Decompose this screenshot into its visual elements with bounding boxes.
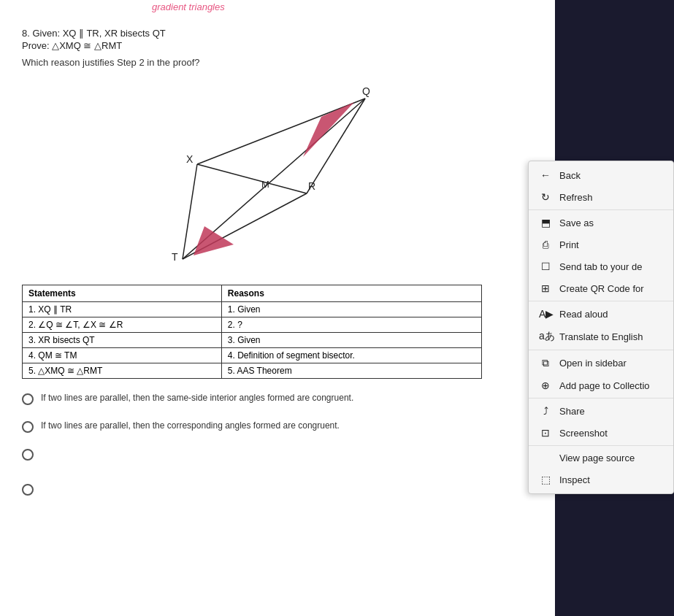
menu-label-add-collection: Add page to Collectio xyxy=(559,380,650,391)
svg-line-4 xyxy=(197,164,307,193)
menu-label-refresh: Refresh xyxy=(559,192,593,203)
translate-icon: aあ xyxy=(539,330,552,343)
refresh-icon: ↻ xyxy=(539,191,552,203)
menu-label-back: Back xyxy=(559,170,581,181)
menu-divider-3 xyxy=(529,350,673,350)
read-aloud-icon: A▶ xyxy=(539,308,552,320)
svg-text:T: T xyxy=(172,251,178,263)
menu-divider-4 xyxy=(529,398,673,399)
menu-item-back[interactable]: ← Back xyxy=(529,164,673,186)
table-row: 2. ∠Q ≅ ∠T, ∠X ≅ ∠R 2. ? xyxy=(23,317,482,333)
question-prove: Prove: △XMQ ≅ △RMT xyxy=(22,40,533,51)
menu-item-refresh[interactable]: ↻ Refresh xyxy=(529,186,673,208)
page-title: gradient triangles xyxy=(146,0,231,14)
table-row: 4. QM ≅ TM 4. Definition of segment bise… xyxy=(23,348,482,363)
collection-icon: ⊕ xyxy=(539,380,552,391)
menu-label-send-tab: Send tab to your de xyxy=(559,261,642,272)
col-statements: Statements xyxy=(23,285,222,302)
menu-label-open-sidebar: Open in sidebar xyxy=(559,358,627,369)
menu-item-open-sidebar[interactable]: ⧉ Open in sidebar xyxy=(529,352,673,374)
svg-text:R: R xyxy=(308,180,315,192)
menu-label-read-aloud: Read aloud xyxy=(559,309,608,320)
sidebar-icon: ⧉ xyxy=(539,357,552,369)
menu-item-print[interactable]: ⎙ Print xyxy=(529,234,673,255)
menu-item-read-aloud[interactable]: A▶ Read aloud xyxy=(529,303,673,325)
svg-text:Q: Q xyxy=(362,85,370,97)
menu-item-create-qr[interactable]: ⊞ Create QR Code for xyxy=(529,277,673,299)
print-icon: ⎙ xyxy=(539,239,552,250)
svg-text:M: M xyxy=(261,179,269,190)
send-tab-icon: ☐ xyxy=(539,261,552,272)
menu-label-save-as: Save as xyxy=(559,217,594,228)
radio-c[interactable] xyxy=(22,449,34,461)
col-reasons: Reasons xyxy=(221,285,481,302)
menu-label-screenshot: Screenshot xyxy=(559,428,608,439)
menu-label-view-source: View page source xyxy=(559,453,635,463)
save-as-icon: ⬒ xyxy=(539,217,552,228)
menu-label-share: Share xyxy=(559,406,585,417)
table-row: 1. XQ ∥ TR 1. Given xyxy=(23,302,482,317)
context-menu: ← Back ↻ Refresh ⬒ Save as ⎙ Print ☐ Sen… xyxy=(528,161,674,494)
answer-choice-b: If two lines are parallel, then the corr… xyxy=(22,420,533,433)
answer-choice-d xyxy=(22,482,533,496)
main-content: gradient triangles 8. Given: XQ ∥ TR, XR… xyxy=(0,0,555,616)
menu-divider-5 xyxy=(529,445,673,446)
question-given: 8. Given: XQ ∥ TR, XR bisects QT xyxy=(22,28,533,39)
menu-item-send-tab[interactable]: ☐ Send tab to your de xyxy=(529,255,673,277)
radio-d[interactable] xyxy=(22,484,34,496)
menu-item-share[interactable]: ⤴ Share xyxy=(529,400,673,422)
radio-a[interactable] xyxy=(22,393,34,405)
answer-choice-c xyxy=(22,447,533,461)
menu-item-translate[interactable]: aあ Translate to English xyxy=(529,325,673,348)
svg-line-0 xyxy=(197,99,365,164)
svg-text:X: X xyxy=(186,153,194,165)
answer-choice-a: If two lines are parallel, then the same… xyxy=(22,392,533,405)
menu-item-inspect[interactable]: ⬚ Inspect xyxy=(529,469,673,490)
menu-label-translate: Translate to English xyxy=(559,331,643,342)
proof-table: Statements Reasons 1. XQ ∥ TR 1. Given 2… xyxy=(22,285,482,379)
menu-divider-2 xyxy=(529,301,673,301)
svg-line-1 xyxy=(183,164,197,259)
radio-b[interactable] xyxy=(22,421,34,433)
question-which: Which reason justifies Step 2 in the pro… xyxy=(22,57,533,68)
qr-icon: ⊞ xyxy=(539,282,552,294)
menu-label-print: Print xyxy=(559,239,579,250)
menu-item-add-collection[interactable]: ⊕ Add page to Collectio xyxy=(529,374,673,396)
menu-divider-1 xyxy=(529,209,673,210)
menu-label-create-qr: Create QR Code for xyxy=(559,283,644,294)
back-icon: ← xyxy=(539,169,552,181)
table-row: 3. XR bisects QT 3. Given xyxy=(23,333,482,348)
table-row: 5. △XMQ ≅ △RMT 5. AAS Theorem xyxy=(23,363,482,379)
menu-item-save-as[interactable]: ⬒ Save as xyxy=(529,212,673,234)
svg-marker-12 xyxy=(194,226,234,255)
answer-text-a: If two lines are parallel, then the same… xyxy=(41,392,353,404)
geometry-diagram: Q X M R T xyxy=(161,77,394,274)
share-icon: ⤴ xyxy=(539,405,552,417)
inspect-icon: ⬚ xyxy=(539,474,552,485)
screenshot-icon: ⊡ xyxy=(539,427,552,439)
menu-label-inspect: Inspect xyxy=(559,474,590,485)
answer-text-b: If two lines are parallel, then the corr… xyxy=(41,420,340,432)
menu-item-screenshot[interactable]: ⊡ Screenshot xyxy=(529,422,673,444)
menu-item-view-source[interactable]: View page source xyxy=(529,447,673,469)
